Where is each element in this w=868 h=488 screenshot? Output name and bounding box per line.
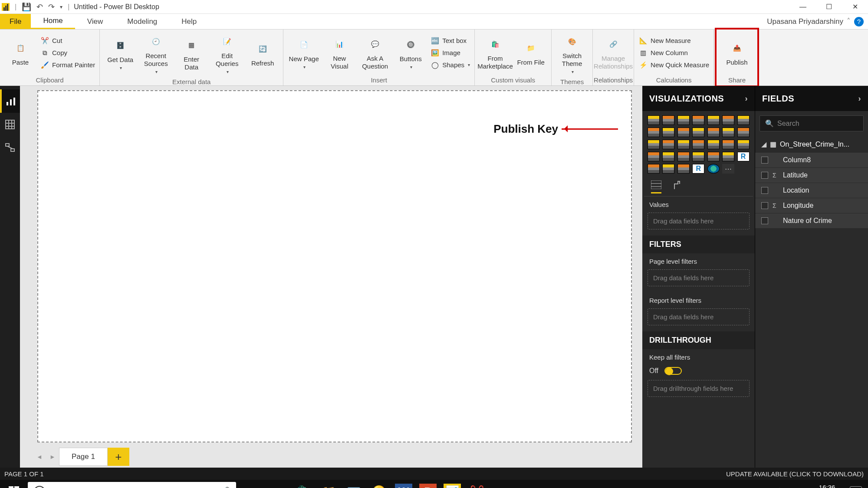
new-visual-button[interactable]: 📊New Visual	[323, 34, 355, 72]
powerpoint-icon[interactable]: P	[419, 484, 437, 488]
file-explorer-icon[interactable]: 📁	[316, 480, 341, 488]
mail-icon[interactable]: ✉️	[341, 480, 366, 488]
clock[interactable]: 16:36 26-09-2018	[810, 484, 844, 488]
cut-button[interactable]: ✂️Cut	[40, 36, 95, 46]
store-icon[interactable]: 🛍️	[291, 480, 316, 488]
page-prev-button[interactable]: ◄	[33, 449, 46, 464]
shapes-button[interactable]: ◯Shapes	[430, 60, 470, 70]
chrome-icon[interactable]: 🟡	[366, 480, 391, 488]
viz-line[interactable]	[737, 115, 750, 125]
field-checkbox[interactable]	[761, 172, 768, 179]
tab-help[interactable]: Help	[169, 14, 209, 29]
paste-button[interactable]: 📋 Paste	[4, 38, 36, 68]
visualizations-header[interactable]: VISUALIZATIONS›	[642, 86, 755, 111]
viz-stacked-bar[interactable]	[648, 115, 660, 125]
viz-r-visual[interactable]: R	[692, 164, 704, 174]
table-node[interactable]: ◢ ▦ On_Street_Crime_In...	[755, 136, 868, 153]
enter-data-button[interactable]: ▦Enter Data	[175, 35, 207, 73]
viz-slicer[interactable]	[692, 152, 704, 161]
viz-clustered-bar[interactable]	[677, 115, 690, 125]
buttons-button[interactable]: 🔘Buttons	[395, 34, 427, 72]
qat-customize-icon[interactable]: ▾	[57, 4, 65, 10]
keep-filters-toggle[interactable]	[664, 367, 682, 375]
minimize-button[interactable]: —	[790, 0, 816, 14]
field-row[interactable]: ΣLongitude	[755, 198, 868, 213]
drillthrough-dropzone[interactable]: Drag drillthrough fields here	[648, 380, 750, 397]
edit-queries-button[interactable]: 📝Edit Queries	[211, 31, 243, 76]
viz-100-bar[interactable]	[707, 115, 720, 125]
viz-100-column[interactable]	[722, 115, 734, 125]
viz-matrix[interactable]	[722, 152, 734, 161]
taskbar-search[interactable]: Type here to search 🎤	[28, 482, 236, 488]
report-view-button[interactable]	[0, 89, 20, 113]
publish-button[interactable]: 📤Publish	[721, 38, 753, 68]
viz-table[interactable]	[707, 152, 720, 161]
viz-python[interactable]	[648, 164, 660, 174]
viz-map[interactable]	[692, 140, 704, 149]
new-page-button[interactable]: 📄New Page	[288, 34, 320, 72]
viz-treemap[interactable]	[677, 140, 690, 149]
viz-waterfall[interactable]	[722, 128, 734, 137]
undo-icon[interactable]: ↶	[34, 2, 46, 12]
text-box-button[interactable]: 🔤Text box	[430, 36, 470, 46]
field-row[interactable]: Column8	[755, 153, 868, 168]
format-painter-button[interactable]: 🖌️Format Painter	[40, 60, 95, 70]
field-checkbox[interactable]	[761, 157, 768, 164]
start-button[interactable]	[0, 480, 28, 488]
viz-line-clustered[interactable]	[692, 128, 704, 137]
update-available[interactable]: UPDATE AVAILABLE (CLICK TO DOWNLOAD)	[726, 470, 864, 478]
fields-search[interactable]: 🔍 Search	[760, 115, 864, 131]
field-checkbox[interactable]	[761, 187, 768, 194]
viz-filled-map[interactable]	[707, 140, 720, 149]
viz-funnel[interactable]	[722, 140, 734, 149]
help-icon[interactable]: ?	[854, 17, 864, 26]
action-center-icon[interactable]: 3	[850, 486, 862, 488]
viz-stacked-area[interactable]	[662, 128, 674, 137]
tab-modeling[interactable]: Modeling	[115, 14, 169, 29]
tab-home[interactable]: Home	[31, 14, 75, 29]
recent-sources-button[interactable]: 🕘Recent Sources	[140, 31, 172, 76]
powerbi-icon[interactable]: 📊	[444, 484, 461, 488]
field-row[interactable]: Location	[755, 183, 868, 198]
viz-more[interactable]: ⋯	[722, 164, 734, 174]
switch-theme-button[interactable]: 🎨Switch Theme	[556, 31, 588, 76]
save-icon[interactable]: 💾	[19, 2, 34, 12]
viz-pie[interactable]	[648, 140, 660, 149]
viz-r-script[interactable]: R	[737, 152, 750, 161]
word-icon[interactable]: W	[395, 484, 412, 488]
redo-icon[interactable]: ↷	[46, 2, 57, 12]
edge-icon[interactable]: e	[266, 480, 291, 488]
data-view-button[interactable]	[0, 113, 20, 136]
values-dropzone[interactable]: Drag data fields here	[648, 213, 750, 229]
tab-view[interactable]: View	[75, 14, 115, 29]
ask-question-button[interactable]: 💬Ask A Question	[359, 34, 391, 72]
viz-donut[interactable]	[662, 140, 674, 149]
viz-globe[interactable]	[707, 164, 720, 174]
task-view-button[interactable]: ⊞	[240, 480, 266, 488]
new-measure-button[interactable]: 📐New Measure	[638, 36, 709, 46]
add-page-button[interactable]: +	[108, 448, 129, 466]
refresh-button[interactable]: 🔄Refresh	[247, 39, 279, 69]
viz-area[interactable]	[648, 128, 660, 137]
new-column-button[interactable]: ▥New Column	[638, 48, 709, 58]
viz-powerapps[interactable]	[677, 164, 690, 174]
model-view-button[interactable]	[0, 136, 20, 160]
user-chevron-icon[interactable]: ˄	[847, 17, 851, 26]
from-file-button[interactable]: 📁From File	[515, 38, 547, 68]
page-filters-dropzone[interactable]: Drag data fields here	[648, 269, 750, 286]
viz-line-stacked[interactable]	[677, 128, 690, 137]
field-row[interactable]: ΣLatitude	[755, 168, 868, 183]
page-tab-1[interactable]: Page 1	[59, 448, 108, 466]
tab-file[interactable]: File	[0, 14, 31, 29]
copy-button[interactable]: ⧉Copy	[40, 48, 95, 58]
mic-icon[interactable]: 🎤	[219, 486, 230, 488]
new-quick-measure-button[interactable]: ⚡New Quick Measure	[638, 60, 709, 70]
viz-gauge[interactable]	[737, 140, 750, 149]
maximize-button[interactable]: ☐	[816, 0, 842, 14]
page-next-button[interactable]: ►	[46, 449, 59, 464]
field-checkbox[interactable]	[761, 202, 768, 209]
field-checkbox[interactable]	[761, 217, 768, 224]
format-tab[interactable]	[673, 180, 681, 193]
snipping-tool-icon[interactable]: ✂️	[464, 480, 490, 488]
field-row[interactable]: Nature of Crime	[755, 213, 868, 229]
